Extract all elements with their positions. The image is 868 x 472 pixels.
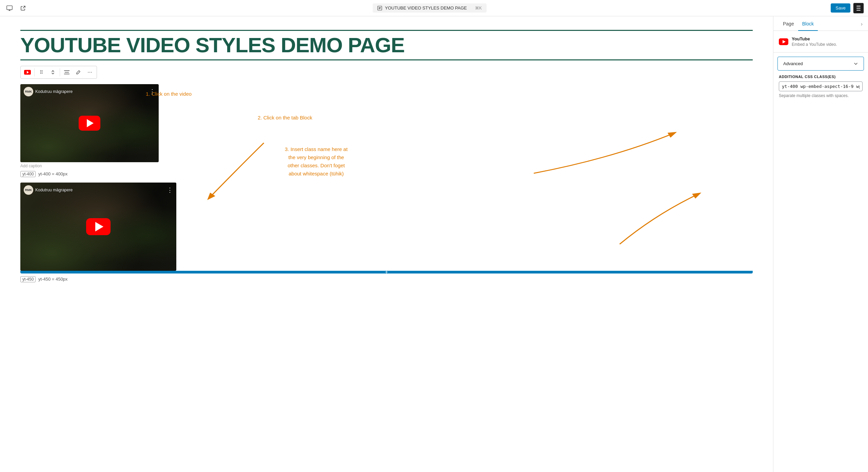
more-options-btn[interactable]: ⋯ — [84, 67, 95, 78]
block-info-section: YouTube Embed a YouTube video. — [773, 31, 868, 53]
block-info-row: YouTube Embed a YouTube video. — [779, 36, 863, 47]
page-title-bar[interactable]: YOUTUBE VIDEO STYLES DEMO PAGE ⌘K — [373, 3, 487, 13]
youtube-logo-icon — [779, 38, 788, 45]
video-size-tag-1: yt-400 — [20, 171, 36, 177]
top-bar: YOUTUBE VIDEO STYLES DEMO PAGE ⌘K Save — [0, 0, 868, 16]
advanced-chevron-icon — [853, 61, 858, 66]
video-block-1[interactable]: RMK Kodutruu mägrapere ⋮ Add caption — [20, 84, 753, 168]
channel-name-1: Kodutruu mägrapere — [35, 89, 73, 94]
page-title-label: YOUTUBE VIDEO STYLES DEMO PAGE — [385, 5, 467, 11]
video-more-btn-2[interactable]: ⋮ — [167, 186, 173, 194]
align-btn[interactable] — [61, 67, 72, 78]
external-link-btn[interactable] — [18, 3, 28, 14]
move-up-down-btn[interactable] — [47, 67, 58, 78]
main-layout: YOUTUBE VIDEO STYLES DEMO PAGE ⠿ — [0, 16, 868, 472]
block-name: YouTube — [792, 36, 837, 41]
edit-pencil-btn[interactable] — [73, 67, 84, 78]
video-block-2[interactable]: RMK Kodutruu mägrapere ⋮ — [20, 183, 753, 273]
sidebar-tabs: Page Block › — [773, 16, 868, 31]
video-caption-1[interactable]: Add caption — [20, 164, 753, 168]
toolbar-divider-2 — [60, 68, 60, 76]
play-button-2[interactable] — [86, 218, 111, 235]
video-header-2: RMK Kodutruu mägrapere ⋮ — [20, 183, 176, 197]
video-thumbnail-2[interactable]: RMK Kodutruu mägrapere ⋮ — [20, 183, 176, 271]
youtube-block-icon[interactable] — [22, 67, 33, 78]
settings-menu-button[interactable] — [853, 3, 864, 14]
toolbar-divider-1 — [34, 68, 35, 76]
save-button[interactable]: Save — [831, 3, 850, 13]
video-header-1: RMK Kodutruu mägrapere ⋮ — [20, 84, 159, 99]
block-desc: Embed a YouTube video. — [792, 42, 837, 47]
page-heading-wrapper: YOUTUBE VIDEO STYLES DEMO PAGE — [20, 30, 753, 60]
top-bar-left — [4, 3, 28, 14]
advanced-body: ADDITIONAL CSS CLASS(ES) Separate multip… — [773, 75, 868, 103]
sidebar-close-btn[interactable]: › — [861, 16, 863, 31]
monitor-icon-btn[interactable] — [4, 3, 15, 14]
svg-rect-9 — [856, 10, 861, 11]
content-area: YOUTUBE VIDEO STYLES DEMO PAGE ⠿ — [0, 16, 773, 472]
sidebar-panel: Page Block › YouTube Embed a YouTube vid… — [773, 16, 868, 472]
video-size-tag-2: yt-450 — [20, 276, 36, 282]
css-field-hint: Separate multiple classes with spaces. — [779, 93, 863, 98]
svg-rect-7 — [856, 6, 861, 6]
video-thumbnail-1[interactable]: RMK Kodutruu mägrapere ⋮ — [20, 84, 159, 162]
css-field-label: ADDITIONAL CSS CLASS(ES) — [779, 75, 863, 79]
svg-rect-0 — [7, 5, 12, 10]
advanced-label: Advanced — [783, 61, 803, 66]
resize-handle-2[interactable] — [20, 271, 753, 273]
channel-avatar-1: RMK — [24, 87, 33, 96]
channel-avatar-2: RMK — [24, 185, 33, 195]
advanced-section: Advanced ADDITIONAL CSS CLASS(ES) Separa… — [773, 53, 868, 103]
play-button-1[interactable] — [79, 116, 100, 131]
advanced-header[interactable]: Advanced — [777, 57, 864, 71]
shortcut-label: ⌘K — [475, 6, 482, 11]
channel-info-2: RMK Kodutruu mägrapere — [24, 185, 73, 195]
video-size-label-1: yt-400 yt-400 = 400px — [20, 171, 753, 177]
block-info-text-group: YouTube Embed a YouTube video. — [792, 36, 837, 47]
top-bar-right: Save — [831, 3, 864, 14]
css-class-input[interactable] — [779, 81, 863, 91]
channel-info-1: RMK Kodutruu mägrapere — [24, 87, 73, 96]
video-size-label-2: yt-450 yt-450 = 450px — [20, 276, 753, 282]
page-heading: YOUTUBE VIDEO STYLES DEMO PAGE — [20, 31, 753, 59]
move-block-btn[interactable]: ⠿ — [36, 67, 47, 78]
svg-rect-8 — [856, 8, 861, 8]
tab-page[interactable]: Page — [779, 16, 798, 31]
video-more-btn-1[interactable]: ⋮ — [149, 88, 155, 95]
tab-block[interactable]: Block — [798, 16, 818, 31]
channel-name-2: Kodutruu mägrapere — [35, 188, 73, 192]
block-toolbar: ⠿ ⋯ — [20, 66, 97, 79]
